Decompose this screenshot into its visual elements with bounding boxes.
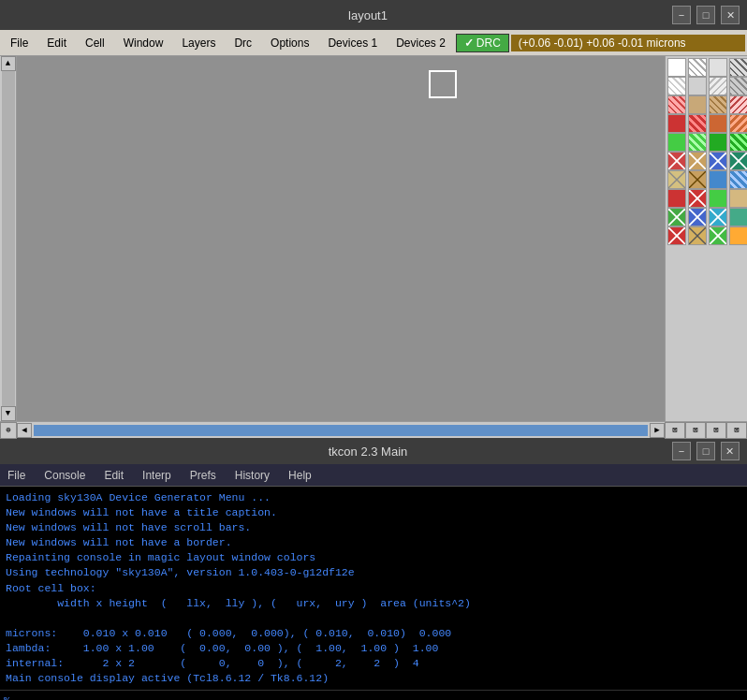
layout-canvas[interactable] <box>17 56 665 421</box>
menu-file[interactable]: File <box>2 33 37 53</box>
drc-check-icon: ✓ <box>464 36 474 50</box>
layer-scroll-area: ⊠ ⊠ ⊠ ⊠ <box>665 422 747 439</box>
layer-cell[interactable] <box>709 114 727 133</box>
layer-corner-btn[interactable]: ⊠ <box>706 422 726 439</box>
scroll-left-arrow[interactable]: ◀ <box>17 423 32 438</box>
tkcon-menu-history[interactable]: History <box>231 467 273 484</box>
tkcon-title-text: tkcon 2.3 Main <box>329 445 408 459</box>
layer-cell[interactable] <box>667 58 686 77</box>
layer-cell[interactable] <box>667 208 686 226</box>
layer-cell[interactable] <box>688 152 707 170</box>
title-bar: layout1 − □ ✕ <box>0 0 747 30</box>
layer-cell[interactable] <box>709 58 727 77</box>
layer-cell[interactable] <box>688 208 707 226</box>
tkcon-input[interactable] <box>14 695 743 700</box>
layer-cell[interactable] <box>688 226 707 245</box>
layer-cell[interactable] <box>709 170 727 189</box>
layer-cell[interactable] <box>667 114 686 133</box>
drc-button[interactable]: ✓ DRC <box>456 34 509 52</box>
scroll-track-vertical[interactable] <box>2 71 15 406</box>
layer-cell[interactable] <box>709 208 727 226</box>
layer-cell[interactable] <box>729 170 747 189</box>
tkcon-title-controls: − □ ✕ <box>672 442 740 460</box>
layer-cell[interactable] <box>667 152 686 170</box>
layer-cell[interactable] <box>709 95 727 114</box>
scroll-up-arrow[interactable]: ▲ <box>1 56 16 71</box>
tkcon-menu-bar: File Console Edit Interp Prefs History H… <box>0 464 747 487</box>
app-title: layout1 <box>64 8 672 22</box>
layer-cell[interactable] <box>667 226 686 245</box>
menu-devices2[interactable]: Devices 2 <box>388 33 454 53</box>
layer-cell[interactable] <box>729 58 747 77</box>
layer-cell[interactable] <box>729 208 747 226</box>
title-controls: − □ ✕ <box>672 6 740 24</box>
scroll-right-arrow[interactable]: ▶ <box>650 423 665 438</box>
layer-cell[interactable] <box>709 189 727 208</box>
layer-palette <box>665 56 747 421</box>
layer-cell[interactable] <box>688 170 707 189</box>
layer-cell[interactable] <box>688 133 707 152</box>
tkcon-menu-prefs[interactable]: Prefs <box>186 467 220 484</box>
tkcon-menu-edit[interactable]: Edit <box>100 467 127 484</box>
layer-corner-btn[interactable]: ⊠ <box>685 422 706 439</box>
tkcon-menu-console[interactable]: Console <box>40 467 89 484</box>
tkcon-close-button[interactable]: ✕ <box>721 442 740 460</box>
layer-cell[interactable] <box>729 114 747 133</box>
tkcon-output-lines: Loading sky130A Device Generator Menu ..… <box>6 490 741 686</box>
layer-cell[interactable] <box>729 133 747 152</box>
close-button[interactable]: ✕ <box>721 6 740 24</box>
layer-cell[interactable] <box>729 77 747 95</box>
tkcon-output: Loading sky130A Device Generator Menu ..… <box>0 487 747 690</box>
drc-label: DRC <box>476 36 501 50</box>
layer-cell[interactable] <box>729 226 747 245</box>
menu-options[interactable]: Options <box>262 33 317 53</box>
tkcon-input-row: % <box>0 690 747 700</box>
main-layout: ▲ ▼ <box>0 56 747 421</box>
horizontal-scroll-track[interactable] <box>34 425 648 436</box>
layer-cell[interactable] <box>709 226 727 245</box>
corner-button-tl[interactable]: ⊕ <box>0 422 17 439</box>
layer-corner-btn[interactable]: ⊠ <box>726 422 747 439</box>
layer-cell[interactable] <box>688 58 707 77</box>
maximize-button[interactable]: □ <box>696 6 715 24</box>
layer-cell[interactable] <box>667 77 686 95</box>
tkcon-menu-help[interactable]: Help <box>285 467 315 484</box>
layer-cell[interactable] <box>667 170 686 189</box>
layer-cell[interactable] <box>729 152 747 170</box>
menu-drc[interactable]: Drc <box>226 33 260 53</box>
layer-cell[interactable] <box>667 189 686 208</box>
layer-cell[interactable] <box>688 114 707 133</box>
cell-rectangle <box>429 70 457 98</box>
layer-cell[interactable] <box>688 95 707 114</box>
layer-cell[interactable] <box>667 133 686 152</box>
menu-devices1[interactable]: Devices 1 <box>319 33 386 53</box>
layer-cell[interactable] <box>729 189 747 208</box>
layer-cell[interactable] <box>729 95 747 114</box>
tkcon-title-bar: tkcon 2.3 Main − □ ✕ <box>0 438 747 464</box>
bottom-scroll-row: ⊕ ◀ ▶ ⊠ ⊠ ⊠ ⊠ <box>0 421 747 438</box>
menu-window[interactable]: Window <box>115 33 172 53</box>
tkcon-minimize-button[interactable]: − <box>672 442 691 460</box>
menu-cell[interactable]: Cell <box>77 33 113 53</box>
menu-bar: File Edit Cell Window Layers Drc Options… <box>0 30 747 56</box>
layer-cell[interactable] <box>688 77 707 95</box>
menu-edit[interactable]: Edit <box>38 33 75 53</box>
layer-cell[interactable] <box>688 189 707 208</box>
layer-cell[interactable] <box>709 152 727 170</box>
menu-layers[interactable]: Layers <box>173 33 224 53</box>
coordinates-display: (+0.06 -0.01) +0.06 -0.01 microns <box>511 35 745 51</box>
vertical-scrollbar[interactable]: ▲ ▼ <box>0 56 17 421</box>
layer-cell[interactable] <box>709 77 727 95</box>
tkcon-maximize-button[interactable]: □ <box>696 442 715 460</box>
tkcon-menu-file[interactable]: File <box>4 467 29 484</box>
layer-cell[interactable] <box>709 133 727 152</box>
layer-cell[interactable] <box>667 95 686 114</box>
tkcon-prompt: % <box>4 695 10 700</box>
minimize-button[interactable]: − <box>672 6 691 24</box>
scroll-down-arrow[interactable]: ▼ <box>1 406 16 421</box>
tkcon-menu-interp[interactable]: Interp <box>139 467 175 484</box>
layer-corner-btn[interactable]: ⊠ <box>665 422 685 439</box>
